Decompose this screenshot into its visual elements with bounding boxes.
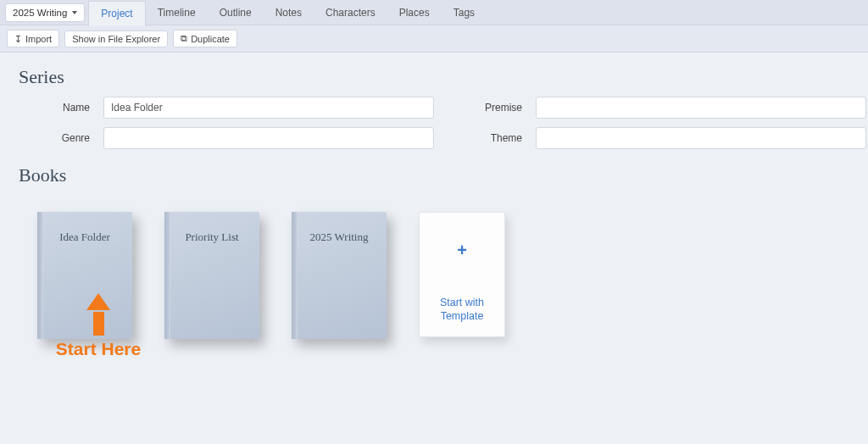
import-button[interactable]: Import <box>7 30 59 47</box>
tab-tags[interactable]: Tags <box>442 0 487 25</box>
series-form: Name Premise Genre Theme <box>19 97 849 149</box>
toolbar: Import Show in File Explorer Duplicate <box>0 25 868 53</box>
project-dropdown[interactable]: 2025 Writing <box>5 3 85 22</box>
name-label: Name <box>19 102 95 114</box>
tab-outline[interactable]: Outline <box>208 0 264 25</box>
book-title: Priority List <box>164 230 259 244</box>
book-title: 2025 Writing <box>292 230 387 244</box>
theme-input[interactable] <box>536 127 866 149</box>
plus-icon: + <box>457 241 467 258</box>
book-card[interactable]: Idea Folder <box>37 212 132 339</box>
caret-down-icon <box>72 11 77 14</box>
duplicate-icon <box>181 33 187 44</box>
premise-label: Premise <box>442 102 527 114</box>
show-in-explorer-button[interactable]: Show in File Explorer <box>64 31 168 47</box>
template-label: Start with Template <box>426 296 498 324</box>
series-heading: Series <box>19 66 849 88</box>
start-with-template-card[interactable]: + Start with Template <box>419 212 505 337</box>
tab-places[interactable]: Places <box>387 0 442 25</box>
book-card[interactable]: Priority List <box>164 212 259 339</box>
import-icon <box>14 33 22 44</box>
genre-input[interactable] <box>103 127 434 149</box>
premise-input[interactable] <box>536 97 866 119</box>
genre-label: Genre <box>19 132 95 144</box>
tab-notes[interactable]: Notes <box>264 0 314 25</box>
duplicate-button[interactable]: Duplicate <box>173 30 237 47</box>
theme-label: Theme <box>442 132 527 144</box>
book-title: Idea Folder <box>37 230 132 244</box>
book-card[interactable]: 2025 Writing <box>292 212 387 339</box>
tab-timeline[interactable]: Timeline <box>146 0 208 25</box>
project-dropdown-label: 2025 Writing <box>13 8 67 18</box>
tab-characters[interactable]: Characters <box>314 0 387 25</box>
name-input[interactable] <box>103 97 434 119</box>
books-heading: Books <box>19 164 849 186</box>
content-area: Series Name Premise Genre Theme Books Id… <box>0 53 868 347</box>
books-row: Idea Folder Priority List 2025 Writing +… <box>19 195 849 339</box>
tab-project[interactable]: Project <box>88 1 145 26</box>
top-nav: 2025 Writing Project Timeline Outline No… <box>0 0 868 25</box>
